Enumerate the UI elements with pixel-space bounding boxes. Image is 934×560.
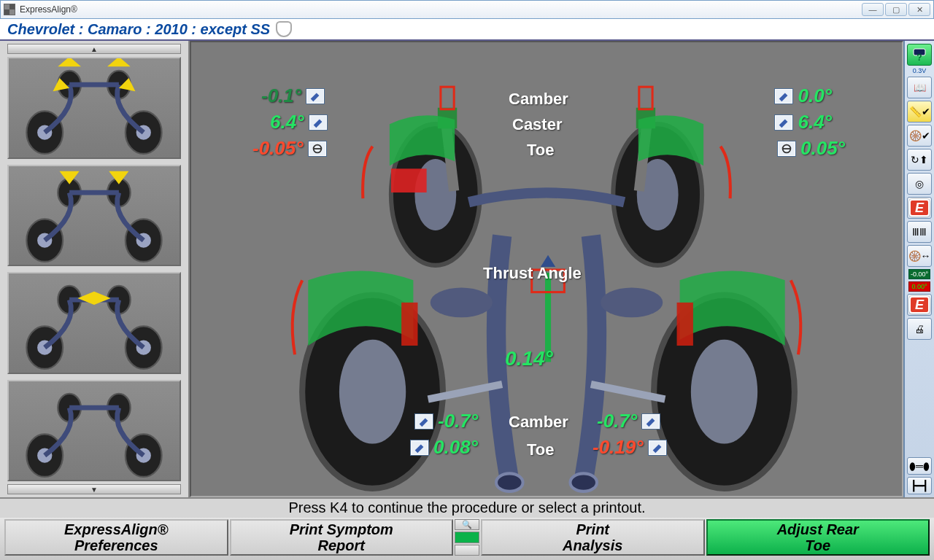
- mini-zoom-button[interactable]: 🔍: [455, 519, 479, 530]
- procedure-thumb-rear[interactable]: [7, 380, 181, 482]
- print-button[interactable]: 🖨: [907, 318, 932, 340]
- steering-button[interactable]: 🛞✔: [907, 125, 932, 147]
- svg-point-42: [431, 287, 493, 317]
- procedure-thumbnail-column: ▲: [0, 41, 190, 497]
- spec-book-button[interactable]: 📖: [907, 77, 932, 98]
- status-text: Press K4 to continue the procedure or se…: [288, 499, 645, 516]
- rear-left-toe: 0.08°: [410, 436, 478, 459]
- label-caster: Caster: [512, 115, 562, 134]
- label-thrust: Thrust Angle: [483, 264, 582, 283]
- close-button[interactable]: ✕: [908, 3, 930, 16]
- right-toolstrip: ? 0.3V 📖 📏✔ 🛞✔ ↻⬆ ◎ E ⅢⅢ 🛞↔ -0.00° 0.00°…: [903, 41, 934, 497]
- svg-marker-7: [107, 58, 131, 66]
- svg-point-41: [570, 473, 597, 491]
- expressalign-button-1[interactable]: E: [907, 197, 932, 219]
- window-titlebar: ExpressAlign® — ▢ ✕: [0, 0, 934, 19]
- mini-button-column: 🔍: [455, 519, 479, 556]
- procedure-thumb-front-toe[interactable]: [7, 272, 181, 374]
- thumb-scroll-down[interactable]: ▼: [7, 484, 181, 494]
- app-icon: [4, 4, 15, 15]
- svg-marker-6: [58, 58, 81, 66]
- rear-right-camber: -0.7°: [597, 410, 660, 432]
- front-left-toe: -0.05°: [252, 137, 327, 160]
- rear-left-camber: -0.7°: [414, 410, 478, 432]
- window-title: ExpressAlign®: [20, 4, 77, 15]
- front-left-camber: -0.1°: [261, 85, 325, 107]
- front-axle-icon[interactable]: ⬮═⬮: [907, 457, 932, 475]
- svg-point-39: [691, 340, 757, 444]
- bottom-button-bar: ExpressAlign® Preferences Print Symptom …: [0, 518, 934, 560]
- svg-point-40: [496, 473, 523, 491]
- front-right-camber: 0.0°: [774, 85, 832, 107]
- front-left-caster: 6.4°: [270, 111, 328, 133]
- voltage-indicator: 0.3V: [913, 68, 927, 74]
- wrench-icon: [309, 114, 328, 131]
- svg-rect-52: [391, 168, 427, 192]
- help-camera-button[interactable]: ?: [907, 44, 932, 66]
- label-toe: Toe: [527, 141, 554, 160]
- refresh-button[interactable]: ↻⬆: [907, 149, 932, 171]
- thumb-scroll-up[interactable]: ▲: [7, 44, 181, 54]
- vehicle-spec: Chevrolet : Camaro : 2010 : except SS: [7, 21, 270, 38]
- adjust-rear-toe-button[interactable]: Adjust Rear Toe: [706, 519, 930, 556]
- svg-rect-49: [441, 87, 454, 109]
- wrench-icon: [414, 413, 433, 429]
- label-camber: Camber: [509, 90, 568, 109]
- mini-extra-button[interactable]: [455, 545, 479, 556]
- label-rear-camber: Camber: [509, 413, 568, 432]
- wrench-icon: [306, 88, 325, 104]
- steering-icon: [308, 141, 327, 157]
- sensor-setup-button[interactable]: 📏✔: [907, 101, 932, 122]
- print-symptom-button[interactable]: Print Symptom Report: [230, 519, 454, 556]
- svg-point-37: [339, 340, 406, 444]
- axle-view-button[interactable]: ⅢⅢ: [907, 221, 932, 243]
- vehicle-header: Chevrolet : Camaro : 2010 : except SS: [0, 19, 934, 41]
- mini-green-button[interactable]: [455, 532, 479, 542]
- prefs-button[interactable]: ExpressAlign® Preferences: [4, 519, 228, 556]
- wrench-icon: [774, 114, 793, 131]
- steering-icon: [777, 141, 796, 157]
- svg-rect-53: [401, 303, 417, 346]
- front-right-caster: 6.4°: [774, 111, 832, 133]
- maximize-button[interactable]: ▢: [885, 3, 907, 16]
- wrench-icon: [410, 440, 429, 456]
- svg-text:?: ?: [916, 52, 922, 62]
- mini-neg-reading: -0.00°: [908, 269, 930, 279]
- mini-pos-reading: 0.00°: [908, 281, 930, 292]
- wrench-icon: [648, 440, 667, 456]
- thrust-angle-value: 0.14°: [505, 347, 553, 370]
- rear-right-toe: -0.19°: [593, 436, 667, 459]
- svg-rect-54: [677, 303, 693, 346]
- wrench-icon: [774, 88, 793, 104]
- procedure-thumb-front-camber[interactable]: [7, 57, 181, 159]
- alignment-3d-view: Camber Caster Toe Thrust Angle -0.1° 6.4…: [190, 41, 903, 497]
- label-rear-toe: Toe: [527, 440, 554, 459]
- svg-rect-51: [639, 87, 652, 109]
- rear-axle-icon[interactable]: ┣━┫: [907, 477, 932, 494]
- wrench-icon: [641, 413, 660, 429]
- procedure-thumb-front-caster[interactable]: [7, 165, 181, 267]
- steering-axle-button[interactable]: 🛞↔: [907, 245, 932, 267]
- expressalign-button-2[interactable]: E: [907, 294, 932, 316]
- minimize-button[interactable]: —: [862, 3, 884, 16]
- status-bar: Press K4 to continue the procedure or se…: [0, 497, 934, 518]
- front-right-toe: 0.05°: [777, 137, 845, 160]
- print-analysis-button[interactable]: Print Analysis: [481, 519, 705, 556]
- tpms-icon: [276, 21, 292, 37]
- target-button[interactable]: ◎: [907, 173, 932, 195]
- svg-point-43: [601, 287, 663, 317]
